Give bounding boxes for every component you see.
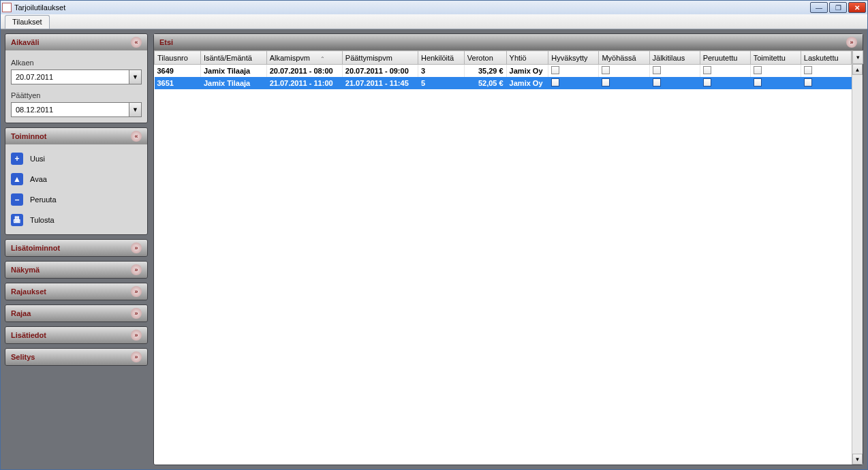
col-tilausnro[interactable]: Tilausnro [155, 51, 201, 65]
orders-grid: Tilausnro Isäntä/Emäntä Alkamispvm ⌃ Pää… [154, 50, 852, 465]
col-veroton[interactable]: Veroton [464, 51, 506, 65]
titlebar: Tarjoilutilaukset — ❐ ✕ [1, 1, 867, 14]
panel-rajaukset: Rajaukset » [5, 283, 148, 300]
action-peruuta[interactable]: – Peruuta [8, 189, 144, 210]
from-date-input[interactable] [11, 69, 129, 84]
panel-toiminnot: Toiminnot « + Uusi ▲ Avaa – Peruut [5, 127, 148, 235]
cell-laskutettu [801, 77, 851, 89]
panel-title: Toiminnot [11, 132, 46, 140]
panel-head-lisatoiminnot[interactable]: Lisätoiminnot » [5, 240, 147, 256]
orders-table: Tilausnro Isäntä/Emäntä Alkamispvm ⌃ Pää… [154, 50, 852, 89]
cell-hyvaksytty [548, 77, 599, 89]
chevron-down-icon: » [131, 308, 142, 319]
panel-head-lisatiedot[interactable]: Lisätiedot » [5, 327, 147, 343]
panel-lisatoiminnot: Lisätoiminnot » [5, 239, 148, 257]
panel-selitys: Selitys » [5, 348, 148, 366]
col-yhtio[interactable]: Yhtiö [506, 51, 548, 65]
table-row[interactable]: 3649 Jamix Tilaaja 20.07.2011 - 08:00 20… [155, 65, 852, 77]
panel-lisatiedot: Lisätiedot » [5, 326, 148, 344]
body: Aikaväli « Alkaen ▼ Päättyen ▼ [1, 29, 867, 469]
table-header-row: Tilausnro Isäntä/Emäntä Alkamispvm ⌃ Pää… [155, 51, 852, 65]
cell-peruutettu [700, 77, 750, 89]
panel-head-rajaukset[interactable]: Rajaukset » [5, 283, 147, 300]
from-date-dropdown[interactable]: ▼ [129, 69, 142, 84]
scroll-up-arrow[interactable]: ▲ [852, 64, 863, 75]
to-date-input[interactable] [11, 102, 129, 117]
cell-veroton: 52,05 € [464, 77, 506, 89]
grid-wrap: Tilausnro Isäntä/Emäntä Alkamispvm ⌃ Pää… [154, 50, 863, 465]
to-label: Päättyen [11, 91, 142, 99]
tab-strip: Tilaukset [1, 14, 867, 29]
col-toimitettu[interactable]: Toimitettu [750, 51, 801, 65]
col-paattymispvm[interactable]: Päättymispvm [342, 51, 418, 65]
panel-body-aikavali: Alkaen ▼ Päättyen ▼ [5, 50, 147, 123]
panel-head-rajaa[interactable]: Rajaa » [5, 305, 147, 322]
checkbox-icon[interactable] [653, 66, 661, 74]
panel-body-toiminnot: + Uusi ▲ Avaa – Peruuta 🖶 Tulosta [5, 144, 147, 234]
cell-loppu: 20.07.2011 - 09:00 [342, 65, 418, 77]
cell-isanta: Jamix Tilaaja [200, 77, 266, 89]
checkbox-icon[interactable] [703, 78, 711, 87]
to-date-dropdown[interactable]: ▼ [129, 102, 142, 117]
from-date-field: ▼ [11, 69, 142, 84]
action-uusi[interactable]: + Uusi [8, 148, 144, 169]
col-alkamispvm[interactable]: Alkamispvm ⌃ [266, 51, 342, 65]
from-label: Alkaen [11, 59, 142, 67]
cell-henkiloita: 5 [418, 77, 464, 89]
checkbox-icon[interactable] [551, 78, 559, 87]
table-row-selected[interactable]: 3651 Jamix Tilaaja 21.07.2011 - 11:00 21… [155, 77, 852, 89]
checkbox-icon[interactable] [804, 66, 812, 74]
cell-toimitettu [750, 65, 801, 77]
main-head[interactable]: Etsi » [154, 34, 863, 50]
panel-title: Lisätiedot [11, 331, 46, 339]
checkbox-icon[interactable] [551, 66, 559, 74]
chevron-down-icon: » [131, 330, 142, 341]
panel-head-selitys[interactable]: Selitys » [5, 349, 147, 365]
checkbox-icon[interactable] [602, 66, 610, 74]
panel-head-toiminnot[interactable]: Toiminnot « [5, 128, 147, 144]
checkbox-icon[interactable] [653, 78, 661, 87]
panel-head-nakyma[interactable]: Näkymä » [5, 262, 147, 278]
cell-jalkitilaus [649, 77, 700, 89]
cancel-icon: – [11, 193, 23, 206]
panel-head-aikavali[interactable]: Aikaväli « [5, 34, 147, 50]
action-label: Peruuta [30, 195, 57, 204]
action-tulosta[interactable]: 🖶 Tulosta [8, 210, 144, 230]
action-avaa[interactable]: ▲ Avaa [8, 169, 144, 189]
col-henkiloita[interactable]: Henkilöitä [418, 51, 464, 65]
col-jalkitilaus[interactable]: Jälkitilaus [649, 51, 700, 65]
cell-myohassa [599, 77, 649, 89]
checkbox-icon[interactable] [754, 78, 762, 87]
vertical-scrollbar[interactable]: ▾ ▲ ▼ [852, 50, 863, 465]
cell-veroton: 35,29 € [464, 65, 506, 77]
col-myohassa[interactable]: Myöhässä [599, 51, 649, 65]
close-button[interactable]: ✕ [848, 2, 866, 13]
scroll-track[interactable] [852, 75, 863, 454]
panel-title: Aikaväli [11, 38, 40, 46]
scroll-down-arrow[interactable]: ▼ [852, 454, 863, 465]
checkbox-icon[interactable] [804, 78, 812, 87]
panel-title: Selitys [11, 353, 35, 361]
cell-laskutettu [801, 65, 851, 77]
col-isanta[interactable]: Isäntä/Emäntä [200, 51, 266, 65]
minimize-button[interactable]: — [810, 2, 828, 13]
window-buttons: — ❐ ✕ [810, 2, 866, 13]
checkbox-icon[interactable] [602, 78, 610, 87]
chevron-down-icon: » [131, 286, 142, 297]
checkbox-icon[interactable] [703, 66, 711, 74]
col-laskutettu[interactable]: Laskutettu [801, 51, 851, 65]
maximize-button[interactable]: ❐ [829, 2, 847, 13]
col-hyvaksytty[interactable]: Hyväksytty [548, 51, 599, 65]
col-peruutettu[interactable]: Peruutettu [700, 51, 750, 65]
panel-title: Rajaa [11, 309, 31, 317]
cell-isanta: Jamix Tilaaja [200, 65, 266, 77]
panel-nakyma: Näkymä » [5, 261, 148, 279]
panel-title: Näkymä [11, 266, 40, 274]
action-label: Avaa [30, 175, 47, 183]
column-picker-button[interactable]: ▾ [852, 50, 863, 64]
chevron-down-icon: » [131, 351, 142, 362]
cell-loppu: 21.07.2011 - 11:45 [342, 77, 418, 89]
checkbox-icon[interactable] [754, 66, 762, 74]
tab-tilaukset[interactable]: Tilaukset [5, 15, 50, 29]
panel-aikavali: Aikaväli « Alkaen ▼ Päättyen ▼ [5, 33, 148, 123]
